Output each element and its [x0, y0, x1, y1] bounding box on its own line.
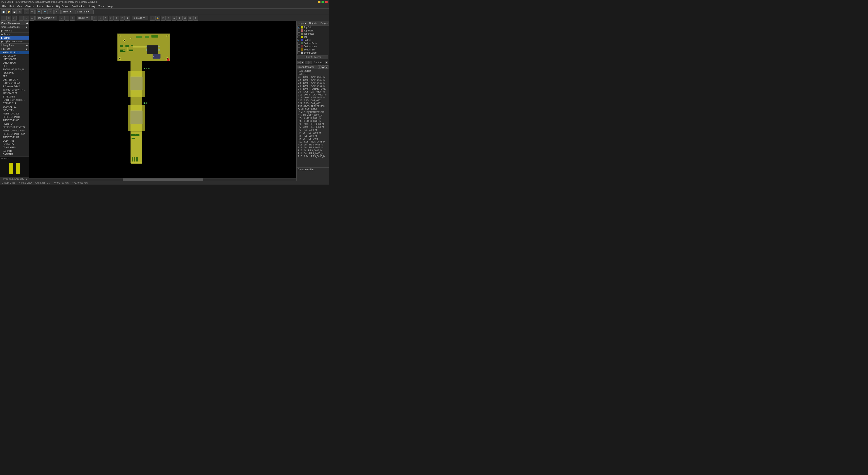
design-item[interactable]: R14 - 3m - RES_0603_M [297, 152, 329, 155]
component-item[interactable]: LMV321SEG-7 [0, 78, 29, 82]
pin-btn[interactable]: P [120, 16, 125, 21]
tab-layers[interactable]: Layers [298, 22, 307, 25]
design-item[interactable]: R13 - 0r - RES_0603_M [297, 149, 329, 152]
zoom-out-btn[interactable]: 🔎 [42, 9, 47, 14]
snap-btn[interactable]: ▦ [177, 16, 182, 21]
redo-btn[interactable]: ↻ [30, 9, 35, 14]
more-btn[interactable]: ⋮ [166, 16, 171, 21]
route-diff-btn[interactable]: ⦅ [24, 16, 29, 21]
component-item[interactable]: FET [0, 64, 29, 68]
design-item[interactable]: L1 - LQHQ8HPNZZ0NGRL [297, 111, 329, 114]
design-item[interactable]: C3 - 100nF - CAP_0603_M [297, 82, 329, 84]
design-item[interactable]: R11 - 1m - RES_0603_M [297, 143, 329, 146]
menu-item-place[interactable]: Place [36, 4, 45, 8]
design-item[interactable]: C5 - 100nF - TA3D107M010R [297, 87, 329, 90]
layer-row[interactable]: Top Paste [297, 32, 329, 35]
place-wire-btn[interactable]: ⎯ [1, 16, 6, 21]
contrast-icon-2[interactable]: ▣ [301, 61, 304, 64]
layer-row[interactable]: ✓Board Cutout [297, 51, 329, 54]
dm-icon-2[interactable]: ▬ [321, 65, 324, 68]
grid-dropdown[interactable]: 0.318 mm ▼ [75, 9, 94, 14]
component-item[interactable]: AT91SAM7S [0, 146, 29, 149]
component-item[interactable]: LM6154BCM [0, 61, 29, 64]
design-item[interactable]: Batt- - 53TR [297, 72, 329, 76]
drc-btn[interactable]: D [114, 16, 119, 21]
contrast-icon-3[interactable]: □ [305, 61, 308, 64]
dim-btn[interactable]: ○ [64, 16, 69, 21]
component-item[interactable]: IRF9Z24SPBFWITH-HEATSI [0, 88, 29, 92]
design-item[interactable]: C26 - TBD - CAP_0402 [297, 99, 329, 102]
component-item[interactable]: BC846ALT1G [0, 105, 29, 109]
tab-properties[interactable]: Properties [320, 22, 329, 25]
layer-row[interactable]: ✓Top Mask [297, 29, 329, 32]
place-comp-btn[interactable]: □ [6, 16, 11, 21]
component-item[interactable]: RESISTORPTH1 [0, 115, 29, 119]
collapse-icon[interactable]: ◀ [26, 22, 28, 24]
design-item[interactable]: Batt+ - 53TR [297, 70, 329, 72]
component-item[interactable]: RESISTORPTH-1/6W [0, 132, 29, 136]
dm-icon-1[interactable]: □ [318, 65, 321, 68]
design-item[interactable]: EXT - EXT - PPTC021FBN-RC [297, 105, 329, 108]
layer-row[interactable]: ✓Top Silk [297, 26, 329, 29]
autoroute-btn[interactable]: A [30, 16, 35, 21]
component-item[interactable]: LM6152ACM [0, 58, 29, 61]
design-item[interactable]: R6 - RES_0603_M [297, 128, 329, 131]
3d-view-btn[interactable]: 3D [55, 9, 59, 14]
open-btn[interactable]: 📁 [6, 9, 11, 14]
layer-row[interactable]: Bottom Silk [297, 48, 329, 51]
component-item[interactable]: RESISTOR2512 [0, 136, 29, 139]
top-layer-dropdown[interactable]: Top (1) ▼ [77, 16, 90, 20]
layer-row[interactable]: Bottom Paste [297, 41, 329, 45]
james-header[interactable]: ▶ James [0, 36, 29, 39]
component-item[interactable]: CAPPTH2 [0, 153, 29, 156]
design-item[interactable]: C1 - 100nF - CAP_0603_M [297, 76, 329, 79]
save-btn[interactable]: 💾 [12, 9, 17, 14]
canvas-area[interactable]: EXT Batt+ [29, 21, 296, 181]
filter-header[interactable]: Filter Off ▶ [0, 47, 29, 51]
maximize-btn[interactable] [321, 1, 324, 3]
zoom-dropdown[interactable]: 319% ▼ [61, 9, 75, 14]
mirror-btn[interactable]: M [161, 16, 166, 21]
design-item[interactable]: R8 - RES_0603_M [297, 135, 329, 137]
design-item[interactable]: R15 - 9.1m - RES_0603_M [297, 155, 329, 158]
component-item[interactable]: STP51045B [0, 95, 29, 98]
dm-icon-3[interactable]: ▶ [325, 65, 328, 68]
tab-objects[interactable]: Objects [308, 22, 318, 25]
menu-item-library[interactable]: Library [86, 4, 97, 8]
design-item[interactable]: J4 - U.FL-R-SMT-1 [297, 108, 329, 111]
menu-item-objects[interactable]: Objects [24, 4, 35, 8]
price-availability[interactable]: Price and Availability ▶ [0, 177, 29, 181]
pad-btn[interactable]: ◼ [125, 16, 130, 21]
contrast-toggle[interactable]: ◆ [325, 61, 328, 64]
user-components-header[interactable]: User Components ▶ [0, 25, 29, 29]
component-item[interactable]: RESISTOR1206 [0, 112, 29, 115]
component-item[interactable]: CODA-PIN [0, 139, 29, 143]
undo-btn[interactable]: ↺ [24, 9, 29, 14]
top-side-dropdown[interactable]: Top Side ▼ [132, 16, 148, 20]
canvas-horizontal-scrollbar[interactable] [29, 178, 296, 181]
sel-net-btn[interactable]: N [98, 16, 103, 21]
layer-visibility-check[interactable] [298, 32, 300, 35]
layer-row[interactable]: ✓Top [297, 35, 329, 38]
component-item[interactable]: FQB50N06_WITH_HEATSIN [0, 68, 29, 71]
scrollbar-thumb[interactable] [123, 178, 203, 181]
design-item[interactable]: R12 - 3m - RES_0603_M [297, 146, 329, 149]
component-item[interactable]: DZTO20-22R [0, 102, 29, 105]
menu-item-edit[interactable]: Edit [8, 4, 15, 8]
circle-btn[interactable]: ◯ [109, 16, 114, 21]
component-item[interactable]: FET [0, 75, 29, 78]
layer-visibility-check[interactable] [298, 42, 300, 44]
sel-all-btn[interactable]: ◾ [92, 16, 97, 21]
layer-row[interactable]: ✓Bottom [297, 38, 329, 41]
component-item[interactable]: CAPPTH [0, 149, 29, 153]
component-item[interactable]: MMPQ2222A [0, 54, 29, 58]
grid-btn[interactable]: ☷ [172, 16, 177, 21]
layer-visibility-check[interactable] [298, 45, 300, 48]
show-all-layers-btn[interactable]: Show All Layers [298, 55, 328, 59]
component-list[interactable]: NR3015T2R2MMMPQ2222ALM6152ACMLM6154BCMFE… [0, 51, 29, 156]
copper-btn[interactable]: C [193, 16, 198, 21]
component-item[interactable]: RESISTOR0603-RES [0, 125, 29, 129]
route-btn[interactable]: ⎯ [19, 16, 24, 21]
component-item[interactable]: N-Channel DPAK [0, 82, 29, 85]
print-btn[interactable]: 🖶 [17, 9, 22, 14]
